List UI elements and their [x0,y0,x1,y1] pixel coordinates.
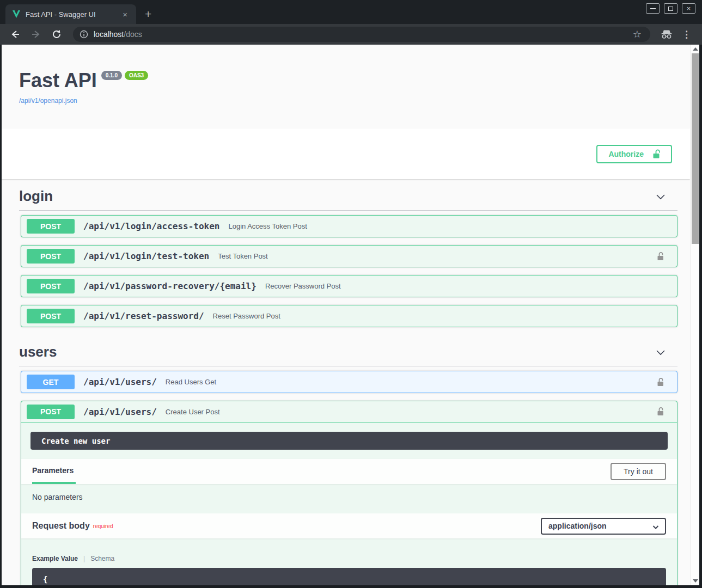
method-badge: POST [27,219,75,234]
auth-lock-icon[interactable] [655,251,666,262]
model-example-tabs: Example Value | Schema [32,555,666,562]
model-example: Example Value | Schema { [21,538,677,585]
media-type-select[interactable]: application/json [541,518,666,535]
media-type-value: application/json [548,522,607,530]
site-info-icon[interactable] [80,30,88,39]
browser-titlebar: Fast API - Swagger UI × + × [0,0,702,24]
api-info: Fast API0.1.0OAS3 /api/v1/openapi.json [19,70,690,105]
operations-list: GET /api/v1/users/ Read Users Get [19,366,677,585]
operations-list: POST /api/v1/login/access-token Login Ac… [19,211,677,327]
auth-lock-icon[interactable] [655,406,666,417]
scroll-down-arrow-icon[interactable] [693,579,698,583]
address-bar[interactable]: localhost/docs ☆ [73,27,650,42]
browser-toolbar: localhost/docs ☆ ⋮ [0,24,702,45]
parameters-header: Parameters Try it out [21,459,677,484]
method-badge: GET [27,375,75,389]
section-users: users GET /api/v1/users/ Read Users Get [19,335,677,585]
browser-window: Fast API - Swagger UI × + × localhost/do… [0,0,702,588]
unlock-icon [651,149,662,160]
op-summary-text: Test Token Post [218,252,268,260]
opblock-create-user[interactable]: POST /api/v1/users/ Create User Post [21,401,677,585]
page-title: Fast API [19,69,97,91]
op-path: /api/v1/users/ [83,377,157,387]
tab-example-value[interactable]: Example Value [32,555,78,562]
fastapi-favicon-icon [12,10,21,19]
method-badge: POST [27,405,75,419]
version-badge: 0.1.0 [101,71,122,80]
forward-icon[interactable] [27,26,45,42]
reload-icon[interactable] [48,26,65,42]
op-path: /api/v1/users/ [83,407,157,417]
example-code-block[interactable]: { [32,568,666,585]
new-tab-button[interactable]: + [145,8,151,20]
opblock-password-recovery[interactable]: POST /api/v1/password-recovery/{email} R… [21,275,677,297]
browser-menu-icon[interactable]: ⋮ [677,29,695,40]
op-path: /api/v1/password-recovery/{email} [83,281,257,291]
opblock-login-access-token[interactable]: POST /api/v1/login/access-token Login Ac… [21,215,677,237]
method-badge: POST [27,249,75,264]
bookmark-star-icon[interactable]: ☆ [628,28,646,40]
op-summary-text: Recover Password Post [265,282,341,290]
close-button[interactable]: × [682,3,695,14]
authorize-button[interactable]: Authorize [596,145,672,163]
chevron-down-icon[interactable] [655,191,667,203]
section-login: login POST /api/v1/login/access-token Lo… [19,179,677,327]
browser-tab[interactable]: Fast API - Swagger UI × [5,4,136,24]
swagger-ui: Fast API0.1.0OAS3 /api/v1/openapi.json A… [2,45,690,585]
auth-lock-icon[interactable] [655,377,666,388]
op-path: /api/v1/login/test-token [83,251,209,261]
section-title: login [19,188,53,205]
incognito-icon [658,26,675,42]
tab-close-icon[interactable]: × [120,9,130,20]
request-body-label: Request body [32,521,90,531]
authorize-label: Authorize [608,150,644,158]
op-summary-text: Create User Post [166,408,220,416]
request-body-header: Request body required application/json [21,513,677,538]
scrollbar-thumb[interactable] [692,53,699,244]
section-login-header[interactable]: login [19,179,677,211]
tab-title: Fast API - Swagger UI [26,10,115,19]
page-viewport: Fast API0.1.0OAS3 /api/v1/openapi.json A… [2,45,699,585]
page-scrollbar[interactable] [690,45,699,585]
chevron-down-icon[interactable] [655,346,667,358]
method-badge: POST [27,309,75,323]
required-badge: required [93,523,113,529]
oas3-badge: OAS3 [125,71,148,80]
op-summary-text: Reset Password Post [213,312,280,320]
toolbar-right: ⋮ [658,26,695,42]
chevron-down-icon [652,523,660,531]
op-description-text: Create new user [30,432,668,450]
opblock-reset-password[interactable]: POST /api/v1/reset-password/ Reset Passw… [21,305,677,327]
op-summary-text: Login Access Token Post [228,222,307,230]
minimize-button[interactable] [646,3,660,14]
op-path: /api/v1/login/access-token [83,221,219,231]
no-parameters-text: No parameters [21,484,677,513]
section-users-header[interactable]: users [19,335,677,366]
url-text[interactable]: localhost/docs [94,30,142,39]
tab-schema[interactable]: Schema [90,555,114,562]
back-icon[interactable] [7,26,24,42]
openapi-spec-link[interactable]: /api/v1/openapi.json [19,97,77,105]
section-title: users [19,344,57,360]
scroll-up-arrow-icon[interactable] [693,47,698,51]
op-path: /api/v1/reset-password/ [83,311,204,321]
window-controls: × [646,3,695,14]
tab-divider: | [83,555,85,562]
op-description: Create new user [21,422,677,459]
parameters-tab: Parameters [32,459,76,484]
opblock-login-test-token[interactable]: POST /api/v1/login/test-token Test Token… [21,245,677,267]
maximize-button[interactable] [664,3,677,14]
method-badge: POST [27,279,75,293]
window-bottom-border [0,585,702,588]
opblock-body: Create new user Parameters Try it out No… [21,422,677,585]
code-line: { [43,575,47,584]
scheme-container: Authorize [2,128,690,179]
opblock-read-users[interactable]: GET /api/v1/users/ Read Users Get [21,371,677,393]
try-it-out-button[interactable]: Try it out [611,463,666,480]
op-summary-text: Read Users Get [166,378,216,386]
